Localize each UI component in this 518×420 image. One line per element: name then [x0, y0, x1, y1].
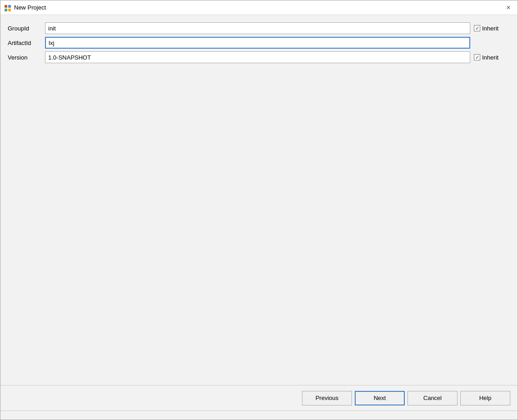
artifactid-label: ArtifactId: [8, 40, 45, 46]
groupid-input[interactable]: [45, 22, 470, 34]
help-button[interactable]: Help: [460, 391, 510, 405]
dialog-content: GroupId Inherit ArtifactId Inherit Versi…: [0, 15, 518, 385]
dialog-footer: Previous Next Cancel Help: [0, 385, 518, 410]
groupid-row: GroupId Inherit: [8, 22, 510, 34]
version-inherit-wrapper: Inherit: [474, 54, 510, 61]
project-icon: [4, 4, 11, 11]
svg-rect-0: [5, 5, 7, 8]
version-row: Version Inherit: [8, 51, 510, 63]
version-inherit-label: Inherit: [482, 54, 498, 61]
svg-rect-2: [5, 9, 7, 11]
cancel-button[interactable]: Cancel: [407, 391, 458, 405]
svg-rect-3: [8, 9, 11, 11]
status-bar: [0, 410, 518, 420]
artifactid-input[interactable]: [45, 37, 470, 49]
artifactid-input-wrapper: [45, 37, 470, 49]
version-inherit-checkbox[interactable]: [474, 54, 480, 60]
close-button[interactable]: ×: [503, 2, 514, 13]
dialog-title: New Project: [14, 4, 46, 11]
version-input-wrapper: [45, 51, 470, 63]
groupid-label: GroupId: [8, 25, 45, 32]
svg-rect-1: [8, 5, 11, 8]
version-input[interactable]: [45, 51, 470, 63]
groupid-inherit-checkbox[interactable]: [474, 25, 480, 31]
next-button[interactable]: Next: [355, 391, 405, 405]
groupid-inherit-wrapper: Inherit: [474, 25, 510, 32]
version-label: Version: [8, 54, 45, 61]
groupid-inherit-label: Inherit: [482, 25, 498, 32]
title-bar: New Project ×: [0, 0, 518, 15]
previous-button[interactable]: Previous: [302, 391, 352, 405]
groupid-input-wrapper: [45, 22, 470, 34]
dialog-new-project: New Project × GroupId Inherit ArtifactId: [0, 0, 518, 420]
artifactid-row: ArtifactId Inherit: [8, 37, 510, 49]
title-bar-left: New Project: [4, 4, 46, 11]
content-spacer: [8, 66, 510, 378]
